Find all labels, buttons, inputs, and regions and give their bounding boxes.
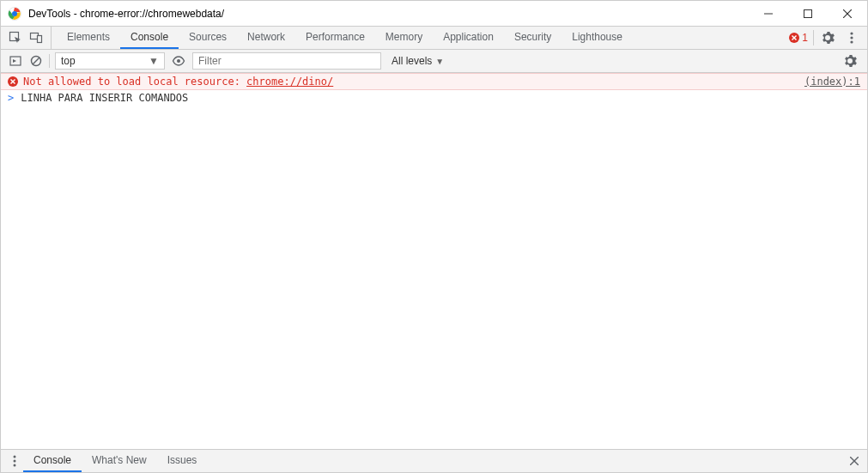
- settings-icon[interactable]: [817, 27, 838, 48]
- svg-marker-17: [13, 59, 16, 63]
- error-message: Not allowed to load local resource:: [23, 76, 246, 88]
- drawer-close-icon[interactable]: [841, 450, 867, 472]
- tab-memory[interactable]: Memory: [375, 27, 433, 49]
- svg-point-13: [850, 32, 853, 34]
- tab-elements[interactable]: Elements: [57, 27, 120, 49]
- svg-point-14: [850, 36, 853, 39]
- clear-console-icon[interactable]: [28, 53, 44, 69]
- tab-performance[interactable]: Performance: [295, 27, 375, 49]
- context-select[interactable]: top ▼: [55, 52, 165, 70]
- svg-point-20: [177, 59, 180, 63]
- live-expression-icon[interactable]: [170, 52, 187, 70]
- main-tabs-row: Elements Console Sources Network Perform…: [1, 27, 867, 50]
- prompt-icon: >: [8, 92, 14, 104]
- drawer-tab-whats-new[interactable]: What's New: [82, 450, 157, 472]
- log-levels-label: All levels: [392, 55, 432, 67]
- drawer-tab-console[interactable]: Console: [23, 450, 82, 472]
- chevron-down-icon: ▼: [149, 55, 159, 67]
- window-title: DevTools - chrome-error://chromewebdata/: [28, 8, 224, 20]
- error-count-badge[interactable]: 1: [784, 30, 814, 45]
- svg-point-26: [14, 464, 16, 467]
- svg-point-25: [14, 460, 16, 463]
- close-button[interactable]: [828, 1, 867, 27]
- more-icon[interactable]: [841, 27, 862, 48]
- maximize-button[interactable]: [788, 1, 828, 27]
- console-settings-icon[interactable]: [840, 51, 860, 71]
- console-input-row[interactable]: > LINHA PARA INSERIR COMANDOS: [1, 90, 867, 106]
- titlebar: DevTools - chrome-error://chromewebdata/: [1, 1, 867, 27]
- console-toolbar: top ▼ All levels ▼: [1, 50, 867, 73]
- drawer: Console What's New Issues: [1, 449, 867, 472]
- inspect-element-icon[interactable]: [6, 28, 25, 47]
- console-output: Not allowed to load local resource: chro…: [1, 73, 867, 449]
- chrome-icon: [8, 7, 21, 21]
- svg-point-15: [850, 40, 853, 43]
- tab-security[interactable]: Security: [504, 27, 561, 49]
- main-tabs: Elements Console Sources Network Perform…: [57, 27, 633, 49]
- drawer-tab-issues[interactable]: Issues: [157, 450, 208, 472]
- tab-network[interactable]: Network: [237, 27, 295, 49]
- svg-rect-9: [38, 36, 42, 43]
- svg-point-24: [14, 456, 16, 458]
- svg-line-19: [33, 58, 39, 64]
- log-levels-select[interactable]: All levels ▼: [386, 55, 449, 67]
- device-toggle-icon[interactable]: [27, 28, 46, 47]
- tab-lighthouse[interactable]: Lighthouse: [561, 27, 633, 49]
- tab-sources[interactable]: Sources: [179, 27, 237, 49]
- console-input-text: LINHA PARA INSERIR COMANDOS: [21, 92, 188, 104]
- error-resource-link[interactable]: chrome://dino/: [246, 76, 333, 88]
- svg-rect-4: [804, 9, 812, 17]
- toggle-sidebar-icon[interactable]: [8, 53, 23, 69]
- console-error-row: Not allowed to load local resource: chro…: [1, 73, 867, 90]
- error-icon: [789, 33, 799, 43]
- error-count: 1: [802, 32, 808, 44]
- filter-input[interactable]: [192, 52, 381, 70]
- tab-application[interactable]: Application: [433, 27, 504, 49]
- minimize-button[interactable]: [749, 1, 788, 27]
- context-select-value: top: [61, 55, 76, 67]
- error-icon: [8, 76, 18, 87]
- error-source-link[interactable]: (index):1: [804, 76, 860, 88]
- chevron-down-icon: ▼: [435, 57, 444, 66]
- tab-console[interactable]: Console: [120, 27, 179, 49]
- drawer-more-icon[interactable]: [6, 450, 23, 472]
